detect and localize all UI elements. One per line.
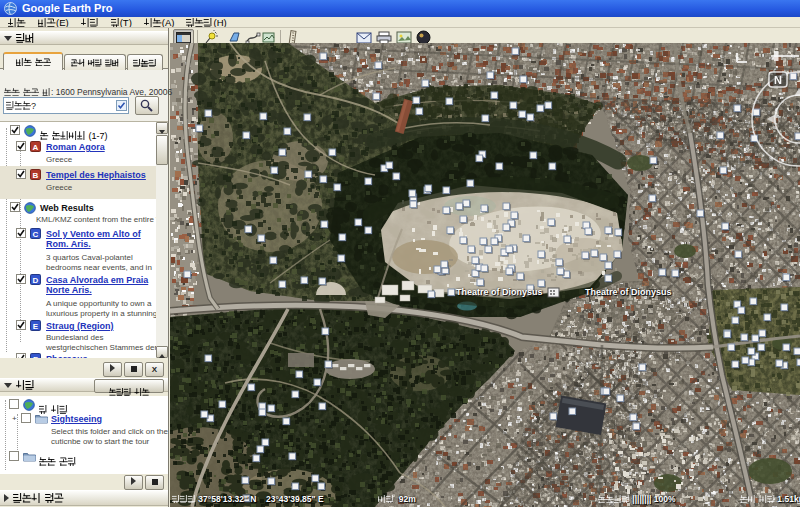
svg-text:N: N bbox=[774, 74, 782, 86]
